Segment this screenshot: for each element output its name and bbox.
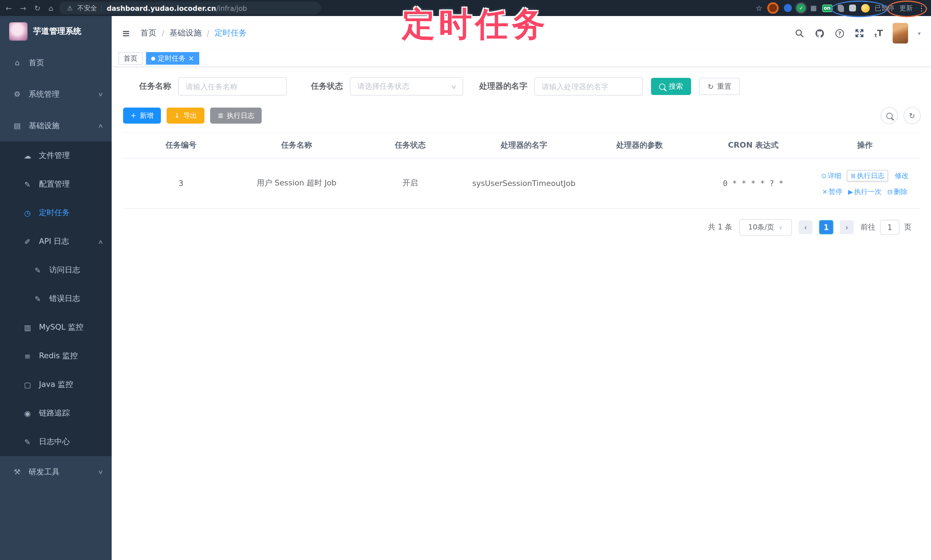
prev-page-button[interactable]: ‹ <box>799 220 812 234</box>
search-button[interactable]: 搜索 <box>651 78 691 95</box>
next-page-button[interactable]: › <box>840 220 854 234</box>
refresh-button[interactable]: ↻ <box>903 107 921 124</box>
extension-grid-icon[interactable]: ▦ <box>811 4 817 12</box>
sidebar-item-label: Redis 监控 <box>39 351 78 361</box>
app-logo-image <box>9 22 28 41</box>
refresh-icon: ↻ <box>708 82 714 91</box>
url-host: dashboard.yudao.iocoder.cn <box>107 4 216 12</box>
extensions-puzzle-icon[interactable] <box>849 5 856 11</box>
tab-home[interactable]: 首页 <box>119 52 143 65</box>
help-icon[interactable]: ? <box>834 28 845 38</box>
sidebar-item-infrastructure[interactable]: ▤ 基础设施 ∧ <box>0 110 112 142</box>
gear-icon: ⚙ <box>12 90 22 98</box>
app-logo[interactable]: 芋道管理系统 <box>0 16 112 47</box>
sidebar-item-label: 访问日志 <box>49 265 80 275</box>
export-button[interactable]: ↓ 导出 <box>166 108 204 124</box>
list-icon: ≣ <box>217 112 223 120</box>
browser-home-icon[interactable]: ⌂ <box>48 4 53 12</box>
eye-icon: ⊙ <box>822 172 826 180</box>
browser-back-icon[interactable]: ← <box>6 4 12 12</box>
avatar-caret-icon[interactable]: ▾ <box>918 30 921 36</box>
col-handler-name: 处理器的名字 <box>466 132 582 158</box>
page-1-button[interactable]: 1 <box>819 220 833 234</box>
sidebar-item-label: 定时任务 <box>39 208 70 218</box>
infrastructure-icon: ▤ <box>12 122 22 130</box>
download-icon: ↓ <box>174 112 180 120</box>
handler-name-input[interactable] <box>534 77 643 95</box>
browser-chrome: ← → ↻ ⌂ ⚠ 不安全 dashboard.yudao.iocoder.cn… <box>0 0 931 16</box>
profile-emoji-icon[interactable] <box>861 4 869 12</box>
update-button[interactable]: 更新 <box>900 4 913 12</box>
goto-page-input[interactable] <box>880 220 900 235</box>
tab-scheduled-tasks[interactable]: 定时任务 × <box>146 52 199 65</box>
sidebar-item-trace[interactable]: ◉ 链路追踪 <box>0 399 112 428</box>
extension-orange-icon[interactable] <box>768 2 779 14</box>
fullscreen-icon[interactable] <box>855 28 865 38</box>
search-icon[interactable] <box>794 28 805 38</box>
browser-menu-icon[interactable]: ⋮ <box>918 4 925 12</box>
execution-log-button[interactable]: ≣ 执行日志 <box>210 108 262 124</box>
breadcrumb-home[interactable]: 首页 <box>140 28 157 38</box>
job-status-label: 任务状态 <box>311 81 343 92</box>
api-log-icon: ✐ <box>23 237 32 246</box>
sidebar-item-label: MySQL 监控 <box>39 322 83 332</box>
bookmark-star-icon[interactable]: ☆ <box>755 4 762 12</box>
total-count: 共 1 条 <box>708 222 732 232</box>
address-bar[interactable]: ⚠ 不安全 dashboard.yudao.iocoder.cn/infra/j… <box>59 2 321 14</box>
sync-paused-label[interactable]: 已暂停 <box>875 4 894 12</box>
github-icon[interactable] <box>814 28 825 38</box>
sidebar-item-error-logs[interactable]: ✎ 错误日志 <box>0 285 112 313</box>
sidebar-item-mysql-monitor[interactable]: ▥ MySQL 监控 <box>0 313 112 342</box>
sidebar-item-access-logs[interactable]: ✎ 访问日志 <box>0 256 112 285</box>
chevron-down-icon: ∨ <box>97 469 103 475</box>
job-log-link[interactable]: ≣执行日志 <box>847 170 888 182</box>
sidebar-item-api-logs[interactable]: ✐ API 日志 ∧ <box>0 227 112 256</box>
delete-link[interactable]: ⊟删除 <box>887 188 907 196</box>
jobs-table: 任务编号 任务名称 任务状态 处理器的名字 处理器的参数 CRON 表达式 操作… <box>123 132 921 209</box>
sidebar-item-label: 首页 <box>29 57 44 68</box>
sidebar-item-java-monitor[interactable]: ▢ Java 监控 <box>0 370 112 399</box>
extension-on-badge[interactable]: on <box>822 4 832 12</box>
dev-tools-icon: ⚒ <box>12 468 22 476</box>
extension-blue-icon[interactable] <box>784 4 792 12</box>
sidebar-item-system-management[interactable]: ⚙ 系统管理 ∨ <box>0 78 112 110</box>
job-name-input[interactable] <box>178 77 287 95</box>
sidebar-item-file-management[interactable]: ☁ 文件管理 <box>0 142 112 170</box>
browser-reload-icon[interactable]: ↻ <box>34 4 41 12</box>
detail-link[interactable]: ⊙详细 <box>822 172 842 180</box>
mysql-monitor-icon: ▥ <box>23 323 32 332</box>
hamburger-icon[interactable]: ≡ <box>122 28 130 39</box>
sidebar-item-log-center[interactable]: ✎ 日志中心 <box>0 428 112 456</box>
browser-forward-icon[interactable]: → <box>20 4 26 12</box>
sidebar-item-scheduled-tasks[interactable]: ◷ 定时任务 <box>0 198 112 227</box>
sidebar-item-label: Java 监控 <box>39 380 73 390</box>
page-unit-label: 页 <box>904 222 911 232</box>
extension-check-icon[interactable]: ✓ <box>797 4 805 12</box>
run-once-link[interactable]: ▶执行一次 <box>848 188 882 196</box>
font-size-icon[interactable]: tT <box>875 28 883 38</box>
close-icon[interactable]: × <box>188 55 194 62</box>
cell-job-name: 用户 Session 超时 Job <box>239 158 355 208</box>
sidebar-item-home[interactable]: ⌂ 首页 <box>0 47 112 78</box>
chevron-down-icon: ∨ <box>779 224 783 230</box>
extension-feather-icon[interactable] <box>837 4 844 12</box>
toggle-search-button[interactable] <box>881 107 898 124</box>
col-actions: 操作 <box>809 132 921 158</box>
not-secure-label: 不安全 <box>77 4 97 12</box>
modify-link[interactable]: 修改 <box>894 172 908 180</box>
pause-link[interactable]: ✕暂停 <box>822 188 842 196</box>
col-cron: CRON 表达式 <box>697 132 809 158</box>
sidebar-item-redis-monitor[interactable]: ≡ Redis 监控 <box>0 342 112 370</box>
table-header-row: 任务编号 任务名称 任务状态 处理器的名字 处理器的参数 CRON 表达式 操作 <box>123 132 921 158</box>
breadcrumb-infrastructure[interactable]: 基础设施 <box>170 28 202 38</box>
active-tab-dot <box>151 56 155 60</box>
add-button[interactable]: + 新增 <box>123 108 161 124</box>
page-size-select[interactable]: 10条/页 ∨ <box>739 219 792 235</box>
col-job-id: 任务编号 <box>123 132 239 158</box>
reset-button[interactable]: ↻ 重置 <box>699 78 740 95</box>
user-avatar[interactable] <box>892 23 908 43</box>
sidebar-item-dev-tools[interactable]: ⚒ 研发工具 ∨ <box>0 456 112 488</box>
job-status-select[interactable]: 请选择任务状态 ∨ <box>350 77 463 95</box>
cloud-upload-icon: ☁ <box>23 151 32 160</box>
sidebar-item-config-management[interactable]: ✎ 配置管理 <box>0 170 112 198</box>
